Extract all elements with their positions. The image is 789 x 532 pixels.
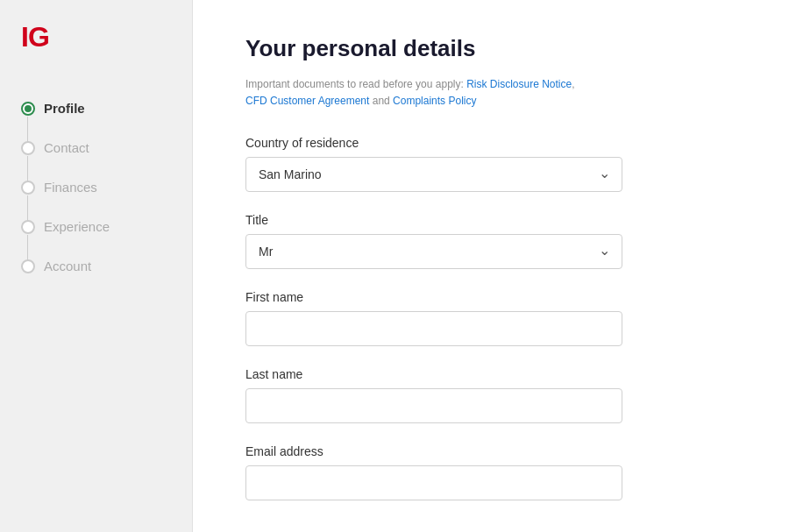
sidebar-item-finances[interactable]: Finances xyxy=(21,167,171,207)
cfd-agreement-link[interactable]: CFD Customer Agreement xyxy=(245,95,369,107)
firstname-field-group: First name xyxy=(245,290,719,346)
info-prefix: Important documents to read before you a… xyxy=(245,78,466,90)
country-label: Country of residence xyxy=(245,136,719,150)
sidebar-item-profile[interactable]: Profile xyxy=(21,89,171,128)
nav-dot-contact xyxy=(21,141,35,155)
sidebar-label-account: Account xyxy=(44,259,91,273)
firstname-input[interactable] xyxy=(245,311,622,346)
country-field-group: Country of residence San Marino United K… xyxy=(245,136,719,192)
sidebar-item-account[interactable]: Account xyxy=(21,246,171,286)
firstname-label: First name xyxy=(245,290,719,304)
lastname-field-group: Last name xyxy=(245,367,719,423)
nav-dot-profile xyxy=(21,102,35,116)
title-field-group: Title Mr Mrs Miss Ms Dr xyxy=(245,213,719,269)
sidebar-label-profile: Profile xyxy=(44,101,85,116)
sidebar-item-contact[interactable]: Contact xyxy=(21,128,171,167)
main-content: Your personal details Important document… xyxy=(193,0,789,532)
logo-area: IG xyxy=(0,21,192,89)
email-field-group: Email address xyxy=(245,444,719,500)
sidebar: IG Profile Contact Finances Experience A… xyxy=(0,0,193,532)
title-select[interactable]: Mr Mrs Miss Ms Dr xyxy=(245,234,622,269)
page-title: Your personal details xyxy=(245,35,719,62)
lastname-label: Last name xyxy=(245,367,719,381)
nav-dot-experience xyxy=(21,220,35,234)
nav-dot-account xyxy=(21,259,35,273)
info-sep1: , xyxy=(572,78,574,90)
title-select-wrapper: Mr Mrs Miss Ms Dr xyxy=(245,234,622,269)
complaints-policy-link[interactable]: Complaints Policy xyxy=(393,95,476,107)
sidebar-item-experience[interactable]: Experience xyxy=(21,207,171,246)
info-sep2: and xyxy=(369,95,393,107)
lastname-input[interactable] xyxy=(245,388,622,423)
country-select-wrapper: San Marino United Kingdom Italy France G… xyxy=(245,157,622,192)
sidebar-label-finances: Finances xyxy=(44,180,97,195)
title-label: Title xyxy=(245,213,719,227)
email-label: Email address xyxy=(245,444,719,458)
nav-dot-finances xyxy=(21,181,35,195)
email-input[interactable] xyxy=(245,465,622,500)
country-select[interactable]: San Marino United Kingdom Italy France G… xyxy=(245,157,622,192)
risk-disclosure-link[interactable]: Risk Disclosure Notice xyxy=(466,78,572,90)
logo: IG xyxy=(21,21,49,53)
sidebar-label-contact: Contact xyxy=(44,140,89,155)
sidebar-nav: Profile Contact Finances Experience Acco… xyxy=(0,89,192,286)
sidebar-label-experience: Experience xyxy=(44,219,110,234)
info-text: Important documents to read before you a… xyxy=(245,76,719,110)
